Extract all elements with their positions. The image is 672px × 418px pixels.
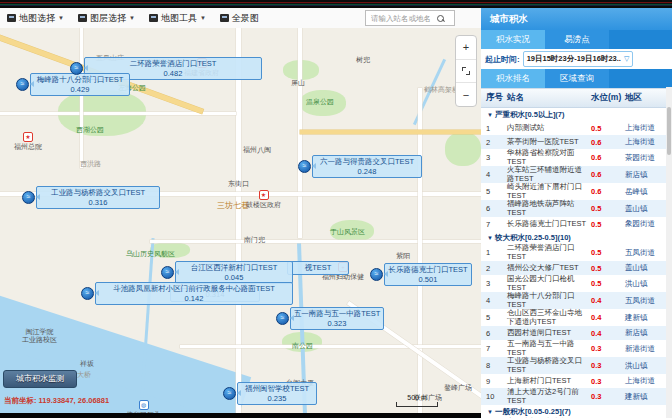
panel-subtabs: 积水排名 区域查询 [481, 69, 672, 88]
station-marker-box[interactable]: 长乐路德克士门口TEST0.501 [384, 263, 472, 286]
water-station-icon[interactable]: ≈ [81, 287, 94, 300]
station-marker-box[interactable]: 工业路与杨桥路交叉口TEST0.316 [36, 186, 160, 209]
table-row[interactable]: 10浦上大道万达2号门前TEST0.3建新镇 [481, 388, 672, 405]
row-water-level: 0.4 [591, 296, 625, 305]
station-marker-label[interactable]: 工业路与杨桥路交叉口TEST0.316 [36, 186, 160, 209]
row-region: 洪山镇 [625, 279, 665, 289]
row-station-name: 火车站三环辅道附近道路TEST [507, 166, 591, 183]
table-row[interactable]: 1二环路荣誉酒店门口TEST0.5五凤街道 [481, 244, 672, 261]
row-region: 新港街道 [625, 344, 665, 354]
station-marker-label[interactable]: 视TEST [287, 261, 349, 275]
zoom-in-button[interactable]: + [456, 36, 476, 60]
map-label-text: 树兜 [356, 56, 370, 63]
water-station-icon[interactable]: ≈ [223, 387, 236, 400]
station-marker-box[interactable]: 视TEST [287, 261, 349, 275]
layers-icon [78, 14, 87, 22]
search-icon[interactable] [437, 15, 444, 22]
row-region: 上海街道 [625, 123, 665, 133]
row-region: 象园街道 [625, 219, 665, 229]
station-marker-box[interactable]: 五一南路与五一中路TEST0.323 [290, 307, 384, 330]
water-station-icon[interactable]: ≈ [161, 266, 174, 279]
toolbar-item-map-select[interactable]: 地图选择▼ [0, 8, 71, 28]
water-station-icon[interactable]: ≈ [16, 78, 29, 91]
tab-region-query[interactable]: 区域查询 [545, 69, 609, 88]
column-region: 地区 [625, 92, 665, 104]
station-marker-label[interactable]: 五一南路与五一中路TEST0.323 [290, 307, 384, 330]
table-row[interactable]: 9上海新村门口TEST0.3上海街道 [481, 374, 672, 388]
table-row[interactable]: 7长乐路德克士门口TEST0.5象园街道 [481, 217, 672, 231]
water-station-icon[interactable]: ≈ [370, 268, 383, 281]
water-station-icon[interactable]: ≈ [276, 312, 289, 325]
table-row[interactable]: 7五一南路与五一中路TEST0.3新港街道 [481, 340, 672, 357]
row-station-name: 二环路荣誉酒店门口TEST [507, 244, 591, 261]
scrollbar-thumb[interactable] [667, 107, 671, 155]
station-marker-box[interactable]: 福州闽智学校TEST0.235 [237, 382, 317, 405]
station-marker-box[interactable]: 台江区西洋新村门口TEST0.045 [175, 261, 293, 284]
table-row[interactable]: 4火车站三环辅道附近道路TEST0.6新店镇 [481, 166, 672, 183]
station-marker-label[interactable]: 福州闽智学校TEST0.235 [237, 382, 317, 405]
map-label: 南公园 [292, 342, 313, 350]
fullscreen-button[interactable] [456, 60, 476, 84]
station-name: 梅峰路十八分部门口TEST [33, 75, 127, 85]
waterlogging-panel: 城市积水 积水实况 易涝点 起止时间: 19日15时23分-19日16时23..… [481, 8, 672, 418]
table-row[interactable]: 6西园村道闸口TEST0.4新店镇 [481, 326, 672, 340]
toolbar-item-panorama[interactable]: 全景图 [213, 8, 266, 28]
row-station-name: 福州公交大修厂TEST [507, 264, 591, 273]
station-marker-label[interactable]: 斗池路凤凰新村小区门前行政服务中心路面TEST0.142 [95, 282, 293, 305]
row-station-name: 华林路省检察院对面TEST [507, 149, 591, 166]
map-label: 西湖公园 [76, 126, 104, 134]
station-marker-box[interactable]: 六一路与得贵路交叉口TEST0.248 [312, 155, 422, 178]
station-marker-box[interactable]: 斗池路凤凰新村小区门前行政服务中心路面TEST0.142 [95, 282, 293, 305]
row-water-level: 0.3 [591, 361, 625, 370]
water-station-icon[interactable]: ≈ [22, 191, 35, 204]
table-row[interactable]: 2福州公交大修厂TEST0.5盖山镇 [481, 261, 672, 275]
toolbar-item-map-tools[interactable]: 地图工具▼ [142, 8, 213, 28]
station-marker-label[interactable]: 六一路与得贵路交叉口TEST0.248 [312, 155, 422, 178]
row-no: 2 [481, 264, 507, 273]
waterlogging-monitor-button[interactable]: 城市积水监测 [3, 370, 77, 388]
map-label-text: 闽江学院 [26, 328, 54, 335]
road-major [300, 130, 481, 134]
toolbar-item-layers[interactable]: 图层选择▼ [71, 8, 142, 28]
table-row[interactable]: 5仓山区西三环金山寺地下通道内TEST0.4建新镇 [481, 309, 672, 326]
table-row[interactable]: 8工业路与杨桥路交叉口TEST0.3洪山镇 [481, 357, 672, 374]
row-no: 5 [481, 187, 507, 196]
table-row[interactable]: 5崎头附近浦下厝村门口TEST0.6岳峰镇 [481, 183, 672, 200]
water-station-icon[interactable]: ≈ [298, 160, 311, 173]
collapse-icon: ▼ [487, 409, 493, 415]
station-water-level: 0.429 [33, 85, 127, 95]
map-label-text: 鳌峰广场 [444, 384, 472, 391]
map-label: 紫阳 [396, 252, 410, 260]
map-label: ★福州总院 [14, 132, 42, 151]
table-row[interactable]: 1内部测试站0.5上海街道 [481, 121, 672, 135]
station-water-level: 0.501 [387, 275, 469, 285]
map-label-text: 福州八闽 [243, 146, 271, 153]
map-label: ★鼓楼区政府 [246, 190, 281, 209]
row-region: 上海街道 [625, 137, 665, 147]
station-marker-label[interactable]: 台江区西洋新村门口TEST0.045 [175, 261, 293, 284]
station-marker-label[interactable]: 长乐路德克士门口TEST0.501 [384, 263, 472, 286]
table-row[interactable]: 4梅峰路十八分部门口TEST0.4五凤街道 [481, 292, 672, 309]
table-row[interactable]: 6福峰路地铁葫芦阵站TEST0.5盖山镇 [481, 200, 672, 217]
table-row[interactable]: 3华林路省检察院对面TEST0.6茶园街道 [481, 149, 672, 166]
water-station-icon[interactable]: ≈ [70, 62, 83, 75]
tab-live-water[interactable]: 积水实况 [481, 30, 545, 49]
search-input[interactable] [369, 13, 437, 24]
tab-water-ranking[interactable]: 积水排名 [481, 69, 545, 88]
star-icon: ★ [23, 132, 33, 142]
table-row[interactable]: 3国光公园大门口枪机TEST0.5洪山镇 [481, 275, 672, 292]
map-label-text: 南门兜 [244, 236, 265, 243]
time-range-selector[interactable]: 19日15时23分-19日16时23.. ▽ [523, 51, 634, 67]
tab-flood-points[interactable]: 易涝点 [545, 30, 609, 49]
station-marker-label[interactable]: 梅峰路十八分部门口TEST0.429 [30, 73, 130, 96]
zoom-out-button[interactable]: − [456, 83, 476, 106]
station-name: 斗池路凤凰新村小区门前行政服务中心路面TEST [98, 284, 290, 294]
table-row[interactable]: 2茶亭街附一医院TEST0.6上海街道 [481, 135, 672, 149]
row-no: 2 [481, 138, 507, 147]
map-canvas[interactable]: + − 城市积水监测 当前坐标: 119.33847, 26.06881 500… [0, 28, 481, 413]
row-no: 6 [481, 329, 507, 338]
station-search-box[interactable] [365, 10, 455, 26]
group-header[interactable]: ▼严重积水[0.5以上](7) [481, 108, 672, 121]
station-marker-box[interactable]: 梅峰路十八分部门口TEST0.429 [30, 73, 130, 96]
panel-scrollbar[interactable] [666, 87, 672, 418]
